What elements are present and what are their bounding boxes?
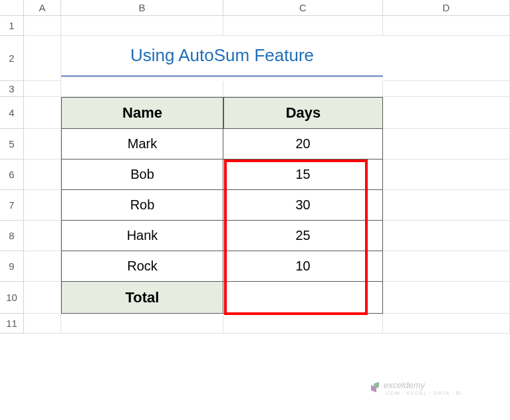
col-header-c[interactable]: C [223,0,383,16]
cell-d10[interactable] [383,282,510,314]
cell-d2[interactable] [383,36,510,81]
cell-days-2[interactable]: 30 [223,190,383,221]
cell-a11[interactable] [24,314,61,334]
cell-name-3[interactable]: Hank [61,221,223,251]
cell-name-1[interactable]: Bob [61,159,223,190]
cell-b1[interactable] [61,16,223,36]
cell-days-4[interactable]: 10 [223,251,383,282]
cell-c11[interactable] [223,314,383,334]
col-header-b[interactable]: B [61,0,223,16]
cell-d9[interactable] [383,251,510,282]
cell-name-0[interactable]: Mark [61,129,223,159]
cell-d3[interactable] [383,81,510,97]
cell-a3[interactable] [24,81,61,97]
watermark-logo: exceldemy .COM · EXCEL · DATA · BI [371,380,462,396]
cell-name-2[interactable]: Rob [61,190,223,221]
cell-a2[interactable] [24,36,61,81]
row-header-11[interactable]: 11 [0,314,24,334]
cell-d8[interactable] [383,221,510,251]
cell-a6[interactable] [24,159,61,190]
select-all-corner[interactable] [0,0,24,16]
spreadsheet-grid: A B C D 1 2 Using AutoSum Feature 3 4 Na… [0,0,510,334]
cell-a9[interactable] [24,251,61,282]
cell-d6[interactable] [383,159,510,190]
cell-c3[interactable] [223,81,383,97]
row-header-8[interactable]: 8 [0,221,24,251]
cell-b11[interactable] [61,314,223,334]
cell-a10[interactable] [24,282,61,314]
col-header-a[interactable]: A [24,0,61,16]
cell-days-1[interactable]: 15 [223,159,383,190]
total-value-cell[interactable] [223,282,383,314]
row-header-5[interactable]: 5 [0,129,24,159]
row-header-7[interactable]: 7 [0,190,24,221]
cell-a5[interactable] [24,129,61,159]
watermark-tagline: .COM · EXCEL · DATA · BI [384,390,462,396]
cell-b3[interactable] [61,81,223,97]
title-cell[interactable]: Using AutoSum Feature [61,36,383,77]
row-header-6[interactable]: 6 [0,159,24,190]
cell-d1[interactable] [383,16,510,36]
cell-a7[interactable] [24,190,61,221]
cell-d7[interactable] [383,190,510,221]
col-header-d[interactable]: D [383,0,510,16]
watermark-brand: exceldemy [384,380,462,390]
cell-days-0[interactable]: 20 [223,129,383,159]
cell-a1[interactable] [24,16,61,36]
cell-days-3[interactable]: 25 [223,221,383,251]
total-label-cell[interactable]: Total [61,282,223,314]
row-header-10[interactable]: 10 [0,282,24,314]
row-header-9[interactable]: 9 [0,251,24,282]
row-header-4[interactable]: 4 [0,97,24,129]
row-header-3[interactable]: 3 [0,81,24,97]
cell-d5[interactable] [383,129,510,159]
cell-name-4[interactable]: Rock [61,251,223,282]
header-days[interactable]: Days [223,97,383,129]
cell-a8[interactable] [24,221,61,251]
cell-d4[interactable] [383,97,510,129]
row-header-2[interactable]: 2 [0,36,24,81]
cell-a4[interactable] [24,97,61,129]
header-name[interactable]: Name [61,97,223,129]
cube-icon [371,383,382,393]
cell-d11[interactable] [383,314,510,334]
cell-c1[interactable] [223,16,383,36]
row-header-1[interactable]: 1 [0,16,24,36]
